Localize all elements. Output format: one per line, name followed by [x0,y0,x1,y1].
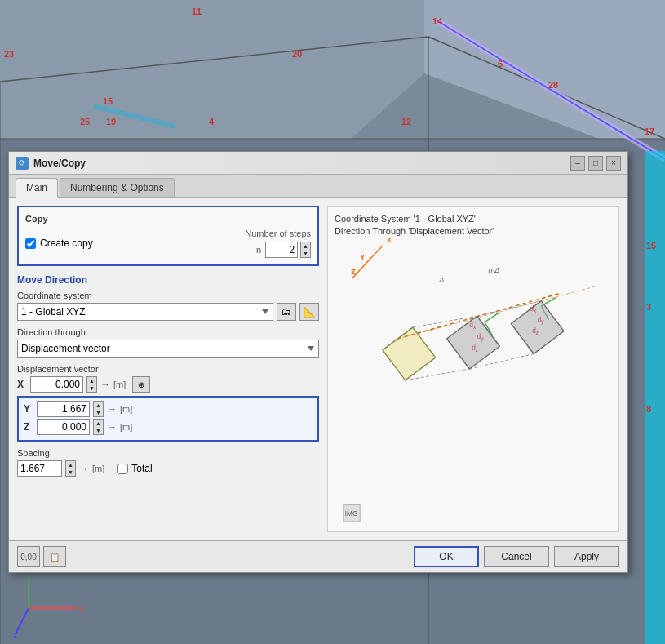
yz-highlight: Y ▲ ▼ → [m] Z [17,396,319,442]
x-spinner[interactable]: ▲ ▼ [86,376,97,393]
steps-spinner[interactable]: ▲ ▼ [300,242,311,258]
tab-main[interactable]: Main [16,178,58,198]
x-extra-btn[interactable]: ⊕ [132,376,150,393]
coord-system-row: 1 - Global XYZ 🗂 📐 [17,303,319,321]
displacement-label: Displacement vector [17,364,319,374]
vp-label-15b: 15 [646,241,656,251]
steps-down-arrow[interactable]: ▼ [301,250,310,257]
vp-label-4: 4 [209,117,214,127]
vp-label-20: 20 [292,49,302,59]
spacing-arrow: → [79,463,89,474]
y-label: Y [24,403,33,415]
vp-label-8: 8 [646,404,651,414]
create-copy-checkbox[interactable] [25,238,36,249]
spacing-input[interactable] [17,460,62,477]
copy-row: Create copy Number of steps n ▲ ▼ [25,229,311,258]
y-arrow: → [107,403,117,415]
vp-label-11: 11 [192,7,202,16]
dialog-icon: ⟳ [16,157,29,170]
total-checkbox[interactable] [117,464,128,474]
x-up[interactable]: ▲ [87,377,96,384]
steps-input[interactable] [265,242,298,258]
vp-label-12: 12 [401,117,411,127]
vp-label-28: 28 [548,80,558,90]
dialog-title: Move/Copy [33,158,86,169]
direction-through-label: Direction through [17,327,319,337]
z-row: Z ▲ ▼ → [m] [24,419,313,435]
svg-marker-40 [383,327,436,380]
svg-text:n·Δ: n·Δ [489,266,500,274]
coord-icon-btn2[interactable]: 📐 [299,303,319,321]
spacing-label: Spacing [17,448,319,458]
create-copy-label[interactable]: Create copy [25,238,93,249]
svg-text:IMG: IMG [345,509,358,517]
vp-label-23: 23 [4,49,14,59]
y-row: Y ▲ ▼ → [m] [24,401,313,417]
svg-rect-13 [645,151,665,644]
title-bar: ⟳ Move/Copy – □ × [9,152,627,175]
minimize-button[interactable]: – [570,156,585,171]
apply-button[interactable]: Apply [554,546,619,567]
z-arrow: → [107,421,117,433]
x-input[interactable] [30,376,83,393]
vp-label-6: 6 [498,59,503,69]
x-label: X [17,379,27,390]
spacing-section: Spacing ▲ ▼ → [m] Total [17,448,319,477]
tab-numbering[interactable]: Numbering & Options [60,178,175,197]
coord-icon-btn1[interactable]: 🗂 [277,303,296,321]
spacing-down[interactable]: ▼ [66,469,75,476]
y-spinner[interactable]: ▲ ▼ [93,401,104,417]
z-up[interactable]: ▲ [94,420,103,427]
move-copy-dialog: ⟳ Move/Copy – □ × Main Numbering & Optio… [8,151,628,573]
coord-system-select[interactable]: 1 - Global XYZ [17,303,273,321]
coord-system-label: Coordinate system [17,291,319,300]
spacing-spinner[interactable]: ▲ ▼ [65,460,76,477]
svg-line-23 [366,246,383,263]
y-input[interactable] [37,401,90,417]
cancel-button[interactable]: Cancel [484,546,549,567]
footer-buttons: OK Cancel Apply [414,546,619,567]
vp-label-14: 14 [432,16,442,26]
svg-text:Y: Y [360,253,366,261]
svg-text:x: x [80,602,85,612]
steps-up-arrow[interactable]: ▲ [301,242,310,250]
x-down[interactable]: ▼ [87,384,96,392]
y-up[interactable]: ▲ [94,402,103,409]
z-unit: [m] [120,422,132,432]
vp-label-25: 25 [80,117,90,127]
copy-section-label: Copy [25,214,311,224]
ok-button[interactable]: OK [414,546,479,567]
x-row: X ▲ ▼ → [m] ⊕ [17,376,319,393]
diagram-panel: Coordinate System '1 - Global XYZ' Direc… [327,206,619,532]
direction-through-select[interactable]: Displacement vector [17,340,319,358]
dialog-footer: 0,00 📋 OK Cancel Apply [9,540,627,572]
x-arrow: → [100,379,110,390]
steps-label: Number of steps [245,229,311,238]
spacing-up[interactable]: ▲ [66,461,75,469]
move-direction-title: Move Direction [17,274,319,286]
z-down[interactable]: ▼ [94,427,103,434]
svg-marker-42 [511,301,564,354]
spacing-row: ▲ ▼ → [m] Total [17,460,319,477]
tab-bar: Main Numbering & Options [9,175,627,198]
diagram-svg: Y X Z Δ n·Δ dx dy dz dx dy dz [328,207,618,531]
y-down[interactable]: ▼ [94,409,103,416]
displacement-section: Displacement vector X ▲ ▼ → [m] ⊕ [17,364,319,442]
move-direction-section: Move Direction Coordinate system 1 - Glo… [17,274,319,477]
z-input[interactable] [37,419,90,435]
footer-left: 0,00 📋 [17,546,66,567]
copy-icon-btn[interactable]: 📋 [43,546,66,567]
value-icon-btn[interactable]: 0,00 [17,546,40,567]
steps-group: Number of steps n ▲ ▼ [245,229,311,258]
dialog-body: Copy Create copy Number of steps n ▲ [9,198,627,540]
vp-label-19: 19 [106,117,116,127]
title-bar-left: ⟳ Move/Copy [16,157,86,170]
z-spinner[interactable]: ▲ ▼ [93,419,104,435]
total-label[interactable]: Total [117,463,152,474]
steps-input-row: n ▲ ▼ [256,242,311,258]
svg-line-29 [397,286,597,339]
n-label: n [256,245,261,255]
close-button[interactable]: × [606,156,621,171]
maximize-button[interactable]: □ [588,156,603,171]
svg-text:z: z [13,630,18,640]
